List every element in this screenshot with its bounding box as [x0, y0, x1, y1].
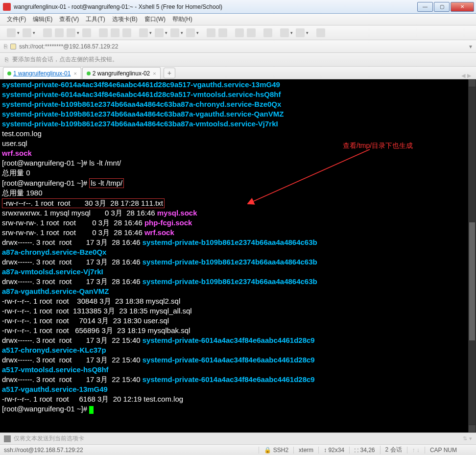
term-line: test.com.log	[2, 129, 42, 138]
input-dropdown-icon[interactable]: ▾	[469, 435, 472, 442]
term-file: systemd-private-b109b861e2374b66aa4a4864…	[143, 238, 317, 246]
toolbar-paste-icon[interactable]	[111, 28, 119, 37]
tab-next-icon[interactable]: ▶	[467, 72, 471, 79]
toolbar-disconnect-icon[interactable]	[67, 28, 75, 37]
cursor	[89, 406, 94, 414]
term-row: -rw-r--r--. 1 root root 30 3月 28 17:28	[3, 199, 141, 207]
toolbar-tile-icon[interactable]	[296, 28, 305, 37]
term-row: -rw-r--r--. 1 root root 6168 3月 20 12:19…	[2, 395, 183, 403]
tab-2-label: 2 wangruifenglinux-02	[93, 70, 150, 77]
maximize-button[interactable]: ▢	[434, 2, 450, 12]
menu-edit[interactable]: 编辑(E)	[33, 15, 52, 24]
term-line: systemd-private-6014a4ac34f84e6aabc4461d…	[2, 80, 280, 89]
toolbar: ▾ ▾ ▾ ▾ ▾ ▾ ▾ ▾ ▾	[0, 25, 476, 40]
scroll-thumb[interactable]	[469, 222, 475, 340]
toolbar-log-icon[interactable]	[155, 28, 164, 37]
tabbar: 1 wangruifenglinux-01 × 2 wangruifenglin…	[0, 67, 476, 79]
toolbar-layout-icon[interactable]	[280, 28, 289, 37]
tab-add-button[interactable]: +	[164, 68, 175, 78]
address-text[interactable]: ssh://root:********@192.168.57.129:22	[19, 43, 466, 50]
toolbar-font-icon[interactable]	[186, 28, 195, 37]
scrollbar[interactable]	[468, 79, 476, 432]
toolbar-highlight-icon[interactable]	[43, 28, 52, 37]
toolbar-new-icon[interactable]	[7, 28, 16, 37]
term-cmd: ls -lt /mnt/	[89, 159, 121, 167]
term-row: -rw-r--r--. 1 root root 30848 3月 23 18:3…	[2, 297, 180, 305]
tab-close-icon[interactable]: ×	[153, 71, 156, 76]
toolbar-keyboard-icon[interactable]	[263, 28, 272, 37]
term-row: drwx------. 3 root root 17 3月 22 15:40	[2, 375, 143, 383]
input-placeholder[interactable]: 仅将文本发送到当前选项卡	[14, 434, 460, 443]
term-row: -rw-r--r--. 1 root root 656896 3月 23 18:…	[2, 326, 190, 335]
message-text: 要添加当前会话，点击左侧的箭头按钮。	[12, 55, 118, 64]
menu-view[interactable]: 查看(V)	[59, 15, 79, 24]
term-line: systemd-private-b109b861e2374b66aa4a4864…	[2, 110, 284, 118]
titlebar: wangruifenglinux-01 - root@wangruifeng-0…	[0, 0, 476, 14]
tab-close-icon[interactable]: ×	[73, 71, 76, 76]
toolbar-palette-icon[interactable]	[218, 28, 227, 37]
addressbar: ⎘ ssh://root:********@192.168.57.129:22 …	[0, 40, 476, 53]
term-line: 总用量 0	[2, 168, 30, 177]
toolbar-reconnect-icon[interactable]	[55, 28, 64, 37]
tab-1[interactable]: 1 wangruifenglinux-01 ×	[3, 67, 81, 79]
close-button[interactable]: ✕	[451, 2, 474, 12]
toolbar-key-icon[interactable]	[235, 28, 244, 37]
term-row: drwx------. 3 root root 17 3月 28 16:46	[2, 258, 143, 266]
input-updown-icon[interactable]: ⇅	[463, 435, 467, 442]
toolbar-find-icon[interactable]	[122, 28, 131, 37]
bookmark-add-icon[interactable]: ⎘	[4, 43, 7, 50]
term-row: srwxrwxrwx. 1 mysql mysql 0 3月 28 16:46	[2, 209, 157, 217]
term-file: mysql.sock	[157, 209, 197, 217]
toolbar-color-icon[interactable]	[207, 28, 215, 37]
tab-1-label: 1 wangruifenglinux-01	[13, 70, 71, 77]
term-row: -rw-r--r--. 1 root root 7014 3月 23 18:30…	[2, 316, 169, 325]
term-file: systemd-private-6014a4ac34f84e6aabc4461d…	[143, 336, 315, 344]
term-file-wrap: a517-chronyd.service-KLc37p	[2, 346, 106, 354]
term-file: systemd-private-6014a4ac34f84e6aabc4461d…	[143, 356, 315, 364]
statusbar: ssh://root@192.168.57.129:22 🔒 SSH2 xter…	[0, 444, 476, 455]
toolbar-help-icon[interactable]	[316, 28, 325, 37]
toolbar-open-icon[interactable]	[23, 28, 31, 37]
toolbar-lock-icon[interactable]	[247, 28, 256, 37]
menu-tabs[interactable]: 选项卡(B)	[112, 15, 138, 24]
toolbar-print-icon[interactable]	[139, 28, 148, 37]
annotation-arrow-icon	[247, 148, 375, 207]
term-file: wrf.sock	[144, 228, 174, 237]
term-row: srw-rw-rw-. 1 root root 0 3月 28 16:46	[2, 218, 144, 227]
tab-prev-icon[interactable]: ◀	[461, 72, 465, 79]
status-term: xterm	[293, 447, 318, 454]
tab-2[interactable]: 2 wangruifenglinux-02 ×	[82, 67, 161, 79]
toolbar-copy-icon[interactable]	[99, 28, 108, 37]
svg-line-0	[252, 149, 370, 202]
terminal[interactable]: systemd-private-6014a4ac34f84e6aabc4461d…	[0, 79, 476, 432]
term-file: systemd-private-b109b861e2374b66aa4a4864…	[143, 277, 317, 286]
annotation-label: 查看/tmp/目录下也生成	[343, 141, 413, 150]
scroll-up-icon[interactable]	[469, 80, 476, 87]
menu-help[interactable]: 帮助(H)	[172, 15, 192, 24]
status-dot-icon	[7, 72, 11, 75]
status-sessions: 2 会话	[380, 446, 407, 454]
term-row: drwx------. 3 root root 17 3月 28 16:46	[2, 277, 143, 286]
scroll-down-icon[interactable]	[469, 425, 476, 432]
term-file-wrap: a87a-vgauthd.service-QanVMZ	[2, 287, 109, 295]
menu-tools[interactable]: 工具(T)	[86, 15, 105, 24]
status-size: 92x34	[328, 447, 344, 454]
term-row: drwx------. 3 root root 17 3月 22 15:40	[2, 356, 143, 364]
addr-dropdown-icon[interactable]: ▾	[469, 43, 472, 50]
toolbar-encoding-icon[interactable]	[170, 28, 179, 37]
term-line: user.sql	[2, 139, 27, 147]
term-prompt: [root@wangruifeng-01 ~]#	[2, 405, 89, 413]
term-row: -rw-r--r--. 1 root root 1313385 3月 23 18…	[2, 307, 192, 315]
menu-file[interactable]: 文件(F)	[7, 15, 26, 24]
messagebar: ⎘ 要添加当前会话，点击左侧的箭头按钮。	[0, 53, 476, 67]
term-line: systemd-private-b109b861e2374b66aa4a4864…	[2, 100, 281, 108]
status-dot-icon	[87, 72, 91, 75]
toolbar-properties-icon[interactable]	[82, 28, 91, 37]
input-prompt-icon[interactable]	[4, 435, 11, 442]
window-title: wangruifenglinux-01 - root@wangruifeng-0…	[14, 3, 416, 10]
arrow-icon[interactable]: ⎘	[5, 56, 8, 63]
menu-window[interactable]: 窗口(W)	[144, 15, 166, 24]
minimize-button[interactable]: —	[417, 2, 433, 12]
term-line: wrf.sock	[2, 149, 32, 157]
term-prompt: [root@wangruifeng-01 ~]#	[2, 179, 89, 187]
